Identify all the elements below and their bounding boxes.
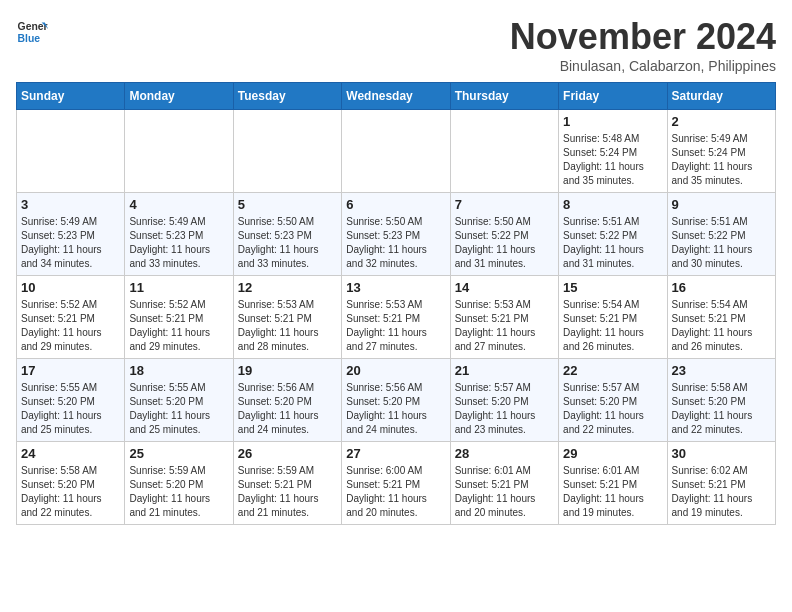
- cell-content: 7Sunrise: 5:50 AM Sunset: 5:22 PM Daylig…: [455, 197, 554, 271]
- day-number: 13: [346, 280, 445, 295]
- day-number: 12: [238, 280, 337, 295]
- day-info: Sunrise: 5:50 AM Sunset: 5:22 PM Dayligh…: [455, 215, 554, 271]
- day-info: Sunrise: 5:55 AM Sunset: 5:20 PM Dayligh…: [21, 381, 120, 437]
- weekday-header-wednesday: Wednesday: [342, 83, 450, 110]
- calendar-cell: 29Sunrise: 6:01 AM Sunset: 5:21 PM Dayli…: [559, 442, 667, 525]
- day-number: 18: [129, 363, 228, 378]
- day-number: 5: [238, 197, 337, 212]
- calendar-cell: 28Sunrise: 6:01 AM Sunset: 5:21 PM Dayli…: [450, 442, 558, 525]
- cell-content: 4Sunrise: 5:49 AM Sunset: 5:23 PM Daylig…: [129, 197, 228, 271]
- day-info: Sunrise: 5:58 AM Sunset: 5:20 PM Dayligh…: [21, 464, 120, 520]
- day-info: Sunrise: 5:49 AM Sunset: 5:23 PM Dayligh…: [129, 215, 228, 271]
- calendar-cell: 22Sunrise: 5:57 AM Sunset: 5:20 PM Dayli…: [559, 359, 667, 442]
- calendar-cell: 30Sunrise: 6:02 AM Sunset: 5:21 PM Dayli…: [667, 442, 775, 525]
- cell-content: 9Sunrise: 5:51 AM Sunset: 5:22 PM Daylig…: [672, 197, 771, 271]
- calendar-cell: 21Sunrise: 5:57 AM Sunset: 5:20 PM Dayli…: [450, 359, 558, 442]
- title-block: November 2024 Binulasan, Calabarzon, Phi…: [510, 16, 776, 74]
- day-number: 22: [563, 363, 662, 378]
- weekday-header-monday: Monday: [125, 83, 233, 110]
- calendar-week-5: 24Sunrise: 5:58 AM Sunset: 5:20 PM Dayli…: [17, 442, 776, 525]
- day-info: Sunrise: 5:58 AM Sunset: 5:20 PM Dayligh…: [672, 381, 771, 437]
- cell-content: 30Sunrise: 6:02 AM Sunset: 5:21 PM Dayli…: [672, 446, 771, 520]
- day-number: 3: [21, 197, 120, 212]
- day-number: 9: [672, 197, 771, 212]
- day-number: 6: [346, 197, 445, 212]
- weekday-header-sunday: Sunday: [17, 83, 125, 110]
- day-number: 16: [672, 280, 771, 295]
- calendar-cell: 1Sunrise: 5:48 AM Sunset: 5:24 PM Daylig…: [559, 110, 667, 193]
- cell-content: 24Sunrise: 5:58 AM Sunset: 5:20 PM Dayli…: [21, 446, 120, 520]
- calendar-cell: 11Sunrise: 5:52 AM Sunset: 5:21 PM Dayli…: [125, 276, 233, 359]
- day-number: 17: [21, 363, 120, 378]
- day-info: Sunrise: 6:01 AM Sunset: 5:21 PM Dayligh…: [455, 464, 554, 520]
- day-number: 10: [21, 280, 120, 295]
- day-info: Sunrise: 6:00 AM Sunset: 5:21 PM Dayligh…: [346, 464, 445, 520]
- weekday-header-friday: Friday: [559, 83, 667, 110]
- day-info: Sunrise: 5:51 AM Sunset: 5:22 PM Dayligh…: [672, 215, 771, 271]
- cell-content: 28Sunrise: 6:01 AM Sunset: 5:21 PM Dayli…: [455, 446, 554, 520]
- day-info: Sunrise: 5:56 AM Sunset: 5:20 PM Dayligh…: [238, 381, 337, 437]
- day-info: Sunrise: 6:02 AM Sunset: 5:21 PM Dayligh…: [672, 464, 771, 520]
- day-number: 7: [455, 197, 554, 212]
- cell-content: 12Sunrise: 5:53 AM Sunset: 5:21 PM Dayli…: [238, 280, 337, 354]
- day-info: Sunrise: 6:01 AM Sunset: 5:21 PM Dayligh…: [563, 464, 662, 520]
- calendar-cell: [233, 110, 341, 193]
- day-info: Sunrise: 5:51 AM Sunset: 5:22 PM Dayligh…: [563, 215, 662, 271]
- day-info: Sunrise: 5:53 AM Sunset: 5:21 PM Dayligh…: [238, 298, 337, 354]
- day-number: 19: [238, 363, 337, 378]
- cell-content: 26Sunrise: 5:59 AM Sunset: 5:21 PM Dayli…: [238, 446, 337, 520]
- day-number: 30: [672, 446, 771, 461]
- cell-content: 22Sunrise: 5:57 AM Sunset: 5:20 PM Dayli…: [563, 363, 662, 437]
- calendar-cell: 9Sunrise: 5:51 AM Sunset: 5:22 PM Daylig…: [667, 193, 775, 276]
- day-info: Sunrise: 5:54 AM Sunset: 5:21 PM Dayligh…: [672, 298, 771, 354]
- day-number: 27: [346, 446, 445, 461]
- calendar-cell: 12Sunrise: 5:53 AM Sunset: 5:21 PM Dayli…: [233, 276, 341, 359]
- day-number: 21: [455, 363, 554, 378]
- calendar-cell: 4Sunrise: 5:49 AM Sunset: 5:23 PM Daylig…: [125, 193, 233, 276]
- cell-content: 1Sunrise: 5:48 AM Sunset: 5:24 PM Daylig…: [563, 114, 662, 188]
- cell-content: 16Sunrise: 5:54 AM Sunset: 5:21 PM Dayli…: [672, 280, 771, 354]
- day-number: 26: [238, 446, 337, 461]
- calendar-cell: 15Sunrise: 5:54 AM Sunset: 5:21 PM Dayli…: [559, 276, 667, 359]
- day-number: 4: [129, 197, 228, 212]
- calendar-week-2: 3Sunrise: 5:49 AM Sunset: 5:23 PM Daylig…: [17, 193, 776, 276]
- day-info: Sunrise: 5:53 AM Sunset: 5:21 PM Dayligh…: [455, 298, 554, 354]
- calendar-table: SundayMondayTuesdayWednesdayThursdayFrid…: [16, 82, 776, 525]
- calendar-week-3: 10Sunrise: 5:52 AM Sunset: 5:21 PM Dayli…: [17, 276, 776, 359]
- cell-content: 10Sunrise: 5:52 AM Sunset: 5:21 PM Dayli…: [21, 280, 120, 354]
- logo: General Blue: [16, 16, 48, 48]
- weekday-header-tuesday: Tuesday: [233, 83, 341, 110]
- cell-content: 20Sunrise: 5:56 AM Sunset: 5:20 PM Dayli…: [346, 363, 445, 437]
- cell-content: 27Sunrise: 6:00 AM Sunset: 5:21 PM Dayli…: [346, 446, 445, 520]
- day-info: Sunrise: 5:56 AM Sunset: 5:20 PM Dayligh…: [346, 381, 445, 437]
- day-info: Sunrise: 5:54 AM Sunset: 5:21 PM Dayligh…: [563, 298, 662, 354]
- svg-text:Blue: Blue: [18, 33, 41, 44]
- cell-content: 6Sunrise: 5:50 AM Sunset: 5:23 PM Daylig…: [346, 197, 445, 271]
- calendar-cell: 26Sunrise: 5:59 AM Sunset: 5:21 PM Dayli…: [233, 442, 341, 525]
- day-number: 23: [672, 363, 771, 378]
- page-header: General Blue November 2024 Binulasan, Ca…: [16, 16, 776, 74]
- cell-content: 14Sunrise: 5:53 AM Sunset: 5:21 PM Dayli…: [455, 280, 554, 354]
- calendar-cell: [125, 110, 233, 193]
- cell-content: 19Sunrise: 5:56 AM Sunset: 5:20 PM Dayli…: [238, 363, 337, 437]
- day-info: Sunrise: 5:48 AM Sunset: 5:24 PM Dayligh…: [563, 132, 662, 188]
- cell-content: 15Sunrise: 5:54 AM Sunset: 5:21 PM Dayli…: [563, 280, 662, 354]
- day-info: Sunrise: 5:52 AM Sunset: 5:21 PM Dayligh…: [129, 298, 228, 354]
- weekday-header-thursday: Thursday: [450, 83, 558, 110]
- cell-content: 18Sunrise: 5:55 AM Sunset: 5:20 PM Dayli…: [129, 363, 228, 437]
- calendar-cell: 27Sunrise: 6:00 AM Sunset: 5:21 PM Dayli…: [342, 442, 450, 525]
- calendar-week-4: 17Sunrise: 5:55 AM Sunset: 5:20 PM Dayli…: [17, 359, 776, 442]
- day-number: 25: [129, 446, 228, 461]
- day-info: Sunrise: 5:57 AM Sunset: 5:20 PM Dayligh…: [563, 381, 662, 437]
- day-number: 29: [563, 446, 662, 461]
- day-info: Sunrise: 5:52 AM Sunset: 5:21 PM Dayligh…: [21, 298, 120, 354]
- calendar-cell: [342, 110, 450, 193]
- day-info: Sunrise: 5:49 AM Sunset: 5:24 PM Dayligh…: [672, 132, 771, 188]
- calendar-cell: 19Sunrise: 5:56 AM Sunset: 5:20 PM Dayli…: [233, 359, 341, 442]
- calendar-cell: 8Sunrise: 5:51 AM Sunset: 5:22 PM Daylig…: [559, 193, 667, 276]
- cell-content: 2Sunrise: 5:49 AM Sunset: 5:24 PM Daylig…: [672, 114, 771, 188]
- weekday-header-row: SundayMondayTuesdayWednesdayThursdayFrid…: [17, 83, 776, 110]
- day-number: 15: [563, 280, 662, 295]
- cell-content: 11Sunrise: 5:52 AM Sunset: 5:21 PM Dayli…: [129, 280, 228, 354]
- cell-content: 3Sunrise: 5:49 AM Sunset: 5:23 PM Daylig…: [21, 197, 120, 271]
